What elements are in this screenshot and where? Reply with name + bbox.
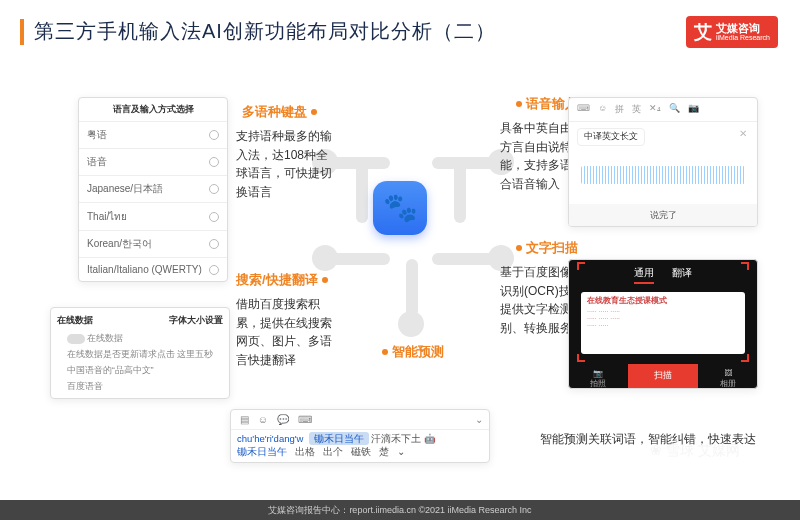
ime-toolbar: ▤ ☺ 💬 ⌨: [237, 414, 315, 425]
ime-tail: 汗滴禾下土: [371, 433, 421, 444]
voice-done-button[interactable]: 说完了: [569, 204, 757, 226]
title-accent-bar: [20, 19, 24, 45]
scan-corner-icon: [577, 262, 585, 270]
panel-ime-predict: ▤ ☺ 💬 ⌨ ⌄ chu'he'ri'dang'w 锄禾日当午 汗滴禾下土 🤖…: [230, 409, 490, 463]
list-item: 在线数据是否更新请求点击 这里五秒: [57, 347, 223, 363]
connector: [454, 163, 466, 223]
diagram-area: 🐾 多语种键盘 支持语种最多的输入法，达108种全球语言，可快捷切换语言 搜索/…: [20, 53, 780, 483]
slide-title-row: 第三方手机输入法AI创新功能布局对比分析（二）: [20, 18, 780, 45]
ime-candidate[interactable]: 磁铁: [351, 446, 371, 459]
keyboard-icon[interactable]: ⌨: [577, 103, 590, 116]
smile-icon[interactable]: ☺: [258, 414, 268, 425]
brand-logo: 艾 艾媒咨询 iiMedia Research: [686, 16, 778, 48]
list-item[interactable]: Thai/ไทย: [79, 202, 227, 230]
ocr-tab-translate[interactable]: 翻译: [672, 266, 692, 282]
chevron-down-icon[interactable]: ⌄: [397, 446, 405, 459]
scan-corner-icon: [741, 354, 749, 362]
scan-corner-icon: [741, 262, 749, 270]
menu-icon[interactable]: ▤: [240, 414, 249, 425]
robot-icon: 🤖: [424, 433, 436, 444]
settings-right-label: 字体大小设置: [169, 314, 223, 327]
baidu-logo: 🐾: [373, 181, 427, 235]
feature-ocr-label: 文字扫描: [516, 239, 578, 257]
feature-multilang-desc: 支持语种最多的输入法，达108种全球语言，可快捷切换语言: [236, 127, 336, 201]
feature-predict-desc: 智能预测关联词语，智能纠错，快速表达: [540, 430, 756, 449]
list-item[interactable]: Japanese/日本語: [79, 175, 227, 202]
footer-bar: 艾媒咨询报告中心：report.iimedia.cn ©2021 iiMedia…: [0, 500, 800, 520]
dot-icon: [382, 349, 388, 355]
voice-mode-chip[interactable]: 中译英文长文: [577, 128, 645, 146]
dot-icon: [516, 101, 522, 107]
ocr-card-title: 在线教育生态授课模式: [587, 296, 739, 306]
brand-name-en: iiMedia Research: [716, 34, 770, 41]
brand-logo-mark: 艾: [694, 20, 712, 44]
radio-icon: [209, 212, 219, 222]
list-item: 百度语音: [57, 379, 223, 395]
translate-icon[interactable]: ✕₄: [649, 103, 661, 116]
connector: [356, 163, 368, 223]
settings-left-label: 在线数据: [57, 314, 93, 327]
panel-ocr: 通用 翻译 在线教育生态授课模式 ····· ····· ·········· …: [568, 259, 758, 389]
dot-icon: [311, 109, 317, 115]
dot-icon: [516, 245, 522, 251]
scan-corner-icon: [577, 354, 585, 362]
connector-node: [312, 245, 338, 271]
panel-voice-input: ⌨ ☺ 拼 英 ✕₄ 🔍 📷 中译英文长文 ✕ 说完了: [568, 97, 758, 227]
radio-icon: [209, 157, 219, 167]
panel-settings: 在线数据字体大小设置 在线数据 在线数据是否更新请求点击 这里五秒 中国语音的“…: [50, 307, 230, 399]
close-icon[interactable]: ✕: [739, 128, 747, 139]
list-item[interactable]: Italian/Italiano (QWERTY): [79, 257, 227, 281]
paw-icon: 🐾: [383, 191, 418, 224]
keyboard-icon[interactable]: ⌨: [298, 414, 312, 425]
connector: [406, 259, 418, 317]
settings-toggle-row[interactable]: 在线数据: [57, 331, 223, 347]
feature-multilang-label: 多语种键盘: [242, 103, 317, 121]
toggle-icon: [67, 334, 85, 344]
radio-icon: [209, 130, 219, 140]
ocr-tab-general[interactable]: 通用: [634, 266, 654, 284]
radio-icon: [209, 184, 219, 194]
list-item: 中国语音的“品高中文”: [57, 363, 223, 379]
feature-search-label: 搜索/快捷翻译: [236, 271, 328, 289]
camera-icon[interactable]: 📷: [688, 103, 699, 116]
ocr-scan-button[interactable]: 扫描: [628, 364, 699, 388]
brand-name-cn: 艾媒咨询: [716, 23, 770, 35]
feature-search-desc: 借助百度搜索积累，提供在线搜索网页、图片、多语言快捷翻译: [236, 295, 336, 369]
expand-icon[interactable]: ⌄: [475, 414, 483, 425]
connector-node: [398, 311, 424, 337]
voice-waveform: [581, 166, 745, 184]
search-icon[interactable]: 🔍: [669, 103, 680, 116]
smile-icon[interactable]: ☺: [598, 103, 607, 116]
ime-candidate[interactable]: 锄禾日当午: [237, 446, 287, 459]
ocr-preview-card: 在线教育生态授课模式 ····· ····· ·········· ····· …: [581, 292, 745, 354]
panel-language-header: 语言及输入方式选择: [79, 98, 227, 121]
ime-candidate[interactable]: 出个: [323, 446, 343, 459]
ime-candidate[interactable]: 出格: [295, 446, 315, 459]
ocr-gallery-button[interactable]: 🖼相册: [698, 364, 757, 388]
ocr-camera-button[interactable]: 📷拍照: [569, 364, 628, 388]
list-item[interactable]: Korean/한국어: [79, 230, 227, 257]
feature-predict-label: 智能预测: [382, 343, 444, 361]
radio-icon: [209, 239, 219, 249]
bubble-icon[interactable]: 💬: [277, 414, 289, 425]
dot-icon: [322, 277, 328, 283]
list-item[interactable]: 粤语: [79, 121, 227, 148]
voice-tab[interactable]: 英: [632, 103, 641, 116]
ime-candidate[interactable]: 楚: [379, 446, 389, 459]
list-item[interactable]: 语音: [79, 148, 227, 175]
slide-title: 第三方手机输入法AI创新功能布局对比分析（二）: [34, 18, 496, 45]
ime-pinyin: chu'he'ri'dang'w: [237, 433, 303, 444]
radio-icon: [209, 265, 219, 275]
panel-language-select: 语言及输入方式选择 粤语 语音 Japanese/日本語 Thai/ไทย Ko…: [78, 97, 228, 282]
ime-candidate[interactable]: 锄禾日当午: [309, 432, 369, 445]
voice-tab[interactable]: 拼: [615, 103, 624, 116]
voice-toolbar: ⌨ ☺ 拼 英 ✕₄ 🔍 📷: [569, 98, 757, 122]
